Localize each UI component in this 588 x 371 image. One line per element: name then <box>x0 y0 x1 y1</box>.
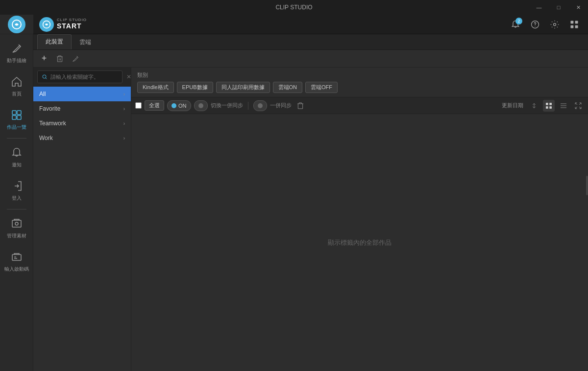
nav-works[interactable]: 作品一覽 <box>0 103 33 136</box>
app-layout: 動手描繪 首頁 作品一覽 <box>0 15 588 371</box>
minimize-button[interactable]: — <box>529 0 549 15</box>
nav-divider-1 <box>7 138 26 139</box>
svg-point-6 <box>15 222 18 225</box>
login-icon <box>10 179 24 193</box>
svg-rect-15 <box>575 25 578 28</box>
svg-rect-2 <box>17 111 21 115</box>
header: CLIP STUDIO START 2 <box>33 15 588 34</box>
sync-together-dot <box>258 103 263 108</box>
notification-button[interactable]: 2 <box>508 17 523 32</box>
sort-label[interactable]: 更新日期 <box>500 102 525 109</box>
empty-message: 顯示標籤內的全部作品 <box>328 238 392 247</box>
sidebar: 動手描繪 首頁 作品一覽 <box>0 15 33 371</box>
draw-icon <box>10 42 24 55</box>
logo-area <box>0 15 33 34</box>
svg-rect-5 <box>12 220 21 227</box>
chevron-icon-teamwork: › <box>123 121 125 126</box>
svg-rect-20 <box>549 106 552 109</box>
delete-works-button[interactable] <box>294 100 306 112</box>
svg-point-11 <box>554 23 556 25</box>
nav-materials[interactable]: 管理素材 <box>0 211 33 245</box>
nav-notify[interactable]: 邀知 <box>0 140 33 174</box>
tabs: 此裝置 雲端 <box>33 34 588 50</box>
sync-together-pill[interactable] <box>253 100 267 111</box>
toggle-off-pill[interactable] <box>194 100 208 111</box>
content-toolbar: 全選 ON 切換一併同步 一併同步 <box>131 97 588 114</box>
view-grid-button[interactable] <box>543 100 555 112</box>
chevron-icon-work: › <box>123 136 125 141</box>
header-right: 2 <box>508 17 582 32</box>
svg-rect-13 <box>575 21 578 23</box>
panel-resize-handle[interactable] <box>586 176 588 195</box>
main-panel: ✕ All › Favorite › Teamwork › Work › <box>33 68 588 371</box>
chevron-icon-all: › <box>123 92 125 97</box>
app-logo <box>8 16 25 33</box>
titlebar: CLIP STUDIO — □ ✕ <box>0 0 588 15</box>
expand-button[interactable] <box>572 100 584 112</box>
svg-rect-7 <box>12 255 21 260</box>
svg-point-16 <box>43 75 46 78</box>
edit-button[interactable] <box>69 52 82 66</box>
cat-tag-epub[interactable]: EPUB數據 <box>177 82 213 93</box>
nav-login[interactable]: 登入 <box>0 174 33 207</box>
help-button[interactable] <box>527 17 543 32</box>
list-item-all[interactable]: All › <box>33 87 131 101</box>
select-all-button[interactable]: 全選 <box>145 100 164 111</box>
nav-draw[interactable]: 動手描繪 <box>0 36 33 70</box>
nav-serial[interactable]: 輸入啟動碼 <box>0 245 33 278</box>
chevron-icon-favorite: › <box>123 106 125 112</box>
home-label: 首頁 <box>12 91 22 97</box>
svg-rect-4 <box>17 116 21 119</box>
list-panel: ✕ All › Favorite › Teamwork › Work › <box>33 68 131 371</box>
window-controls: — □ ✕ <box>529 0 588 15</box>
sort-direction-button[interactable] <box>528 100 540 112</box>
cat-tag-doujin[interactable]: 同人誌印刷用數據 <box>216 82 270 93</box>
list-item-favorite[interactable]: Favorite › <box>33 101 131 116</box>
right-panel: 類別 Kindle格式 EPUB數據 同人誌印刷用數據 雲端ON 雲端OFF 全… <box>131 68 588 371</box>
svg-rect-19 <box>546 106 548 109</box>
svg-rect-17 <box>546 103 548 105</box>
notification-badge: 2 <box>515 18 522 24</box>
search-input[interactable] <box>50 74 118 80</box>
add-button[interactable]: + <box>37 52 51 66</box>
login-label: 登入 <box>12 195 22 202</box>
view-list-button[interactable] <box>558 100 569 112</box>
svg-rect-12 <box>571 21 574 23</box>
category-bar: 類別 Kindle格式 EPUB數據 同人誌印刷用數據 雲端ON 雲端OFF <box>131 68 588 97</box>
toolbar-divider-1 <box>248 102 248 110</box>
svg-point-10 <box>535 25 535 26</box>
apps-button[interactable] <box>566 17 582 32</box>
nav-divider-2 <box>7 209 26 209</box>
header-logo: CLIP STUDIO START <box>39 17 87 32</box>
svg-rect-1 <box>12 111 16 115</box>
toggle-sync-label: 切換一併同步 <box>211 102 243 109</box>
toggle-on-pill[interactable]: ON <box>167 100 191 111</box>
nav-home[interactable]: 首頁 <box>0 70 33 103</box>
cat-tag-cloud-off[interactable]: 雲端OFF <box>305 82 338 93</box>
home-icon <box>10 75 24 89</box>
cat-tag-cloud-on[interactable]: 雲端ON <box>273 82 303 93</box>
serial-label: 輸入啟動碼 <box>4 266 29 273</box>
materials-label: 管理素材 <box>7 232 26 239</box>
svg-rect-3 <box>12 116 16 119</box>
tab-cloud[interactable]: 雲端 <box>72 35 99 49</box>
delete-button[interactable] <box>53 52 67 66</box>
settings-button[interactable] <box>547 17 563 32</box>
toolbar: + <box>33 50 588 68</box>
tab-this-device[interactable]: 此裝置 <box>37 34 72 49</box>
maximize-button[interactable]: □ <box>549 0 568 15</box>
select-all-checkbox[interactable] <box>135 102 142 109</box>
works-icon <box>10 108 24 122</box>
close-button[interactable]: ✕ <box>568 0 588 15</box>
svg-rect-14 <box>571 25 574 28</box>
app-title: CLIP STUDIO <box>275 4 312 11</box>
list-item-work[interactable]: Work › <box>33 131 131 145</box>
list-item-teamwork[interactable]: Teamwork › <box>33 116 131 131</box>
logo-circle <box>39 17 54 32</box>
search-bar: ✕ <box>33 68 131 87</box>
cat-tag-kindle[interactable]: Kindle格式 <box>137 82 174 93</box>
materials-icon <box>10 217 24 231</box>
sync-together-label: 一併同步 <box>270 102 292 109</box>
works-label: 作品一覽 <box>7 124 26 131</box>
content-area: CLIP STUDIO START 2 <box>33 15 588 371</box>
